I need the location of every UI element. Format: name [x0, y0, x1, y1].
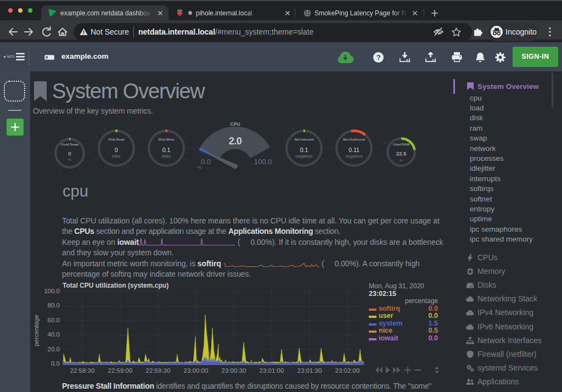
svg-text:%: % — [197, 165, 201, 170]
svg-text:0: 0 — [115, 147, 118, 153]
svg-text:Used RAM: Used RAM — [393, 142, 409, 145]
svg-text:0.11: 0.11 — [349, 147, 359, 153]
svg-text:0.1: 0.1 — [300, 147, 308, 153]
svg-text:100.0: 100.0 — [254, 158, 272, 166]
svg-text:0.1: 0.1 — [162, 147, 171, 153]
svg-text:0: 0 — [68, 150, 71, 156]
svg-text:Disk Read: Disk Read — [108, 138, 124, 141]
svg-text:Used Swap: Used Swap — [61, 142, 78, 145]
svg-text:Net Inbound: Net Inbound — [295, 138, 314, 141]
svg-text:0.0: 0.0 — [201, 158, 211, 166]
svg-text:megabits/s: megabits/s — [345, 154, 363, 159]
svg-text:MiB/s: MiB/s — [162, 154, 171, 158]
svg-text:2.0: 2.0 — [229, 136, 242, 147]
svg-text:CPU: CPU — [231, 121, 240, 127]
svg-text:22.5: 22.5 — [396, 150, 407, 156]
svg-text:%: % — [400, 158, 403, 161]
svg-text:KiB/s: KiB/s — [112, 154, 121, 158]
svg-text:Net Outbound: Net Outbound — [343, 138, 365, 141]
svg-text:Disk Write: Disk Write — [158, 138, 175, 141]
svg-text:%: % — [68, 158, 71, 161]
svg-text:megabits/s: megabits/s — [295, 154, 313, 159]
